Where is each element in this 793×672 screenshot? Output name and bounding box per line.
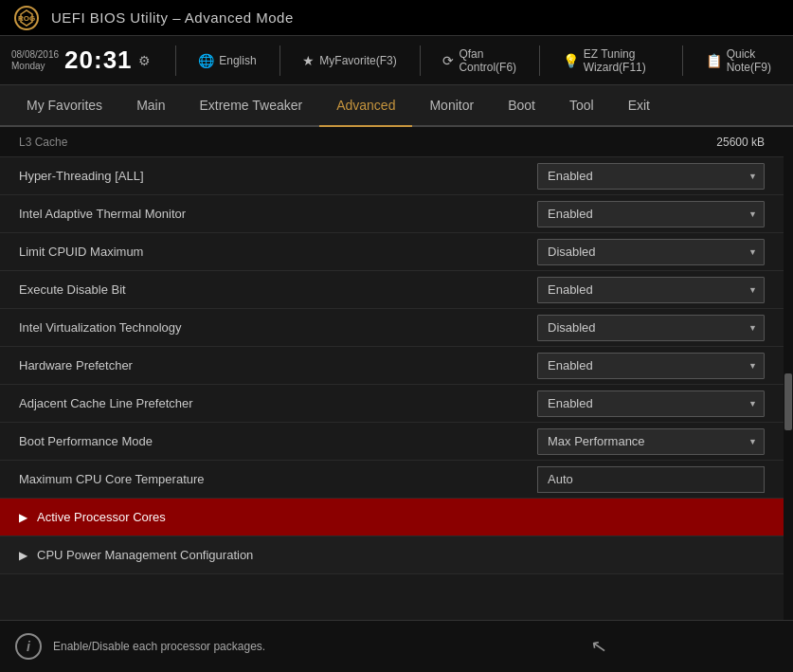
- info-bar: i Enable/Disable each processor packages…: [0, 620, 793, 672]
- top-bar: 08/08/2016Monday 20:31 ⚙ 🌐 English ★ MyF…: [0, 36, 793, 85]
- max-cpu-temp-row: Maximum CPU Core Temperature: [0, 461, 784, 499]
- hardware-prefetcher-label: Hardware Prefetcher: [19, 358, 133, 372]
- adjacent-cache-dropdown[interactable]: Enabled Disabled: [537, 390, 765, 417]
- hardware-prefetcher-dropdown-container: Enabled Disabled: [537, 353, 765, 379]
- limit-cpuid-row: Limit CPUID Maximum Disabled Enabled: [0, 233, 784, 271]
- language-button[interactable]: 🌐 English: [190, 49, 263, 72]
- scrollbar-track[interactable]: [784, 127, 793, 620]
- settings-list: L3 Cache 25600 kB Hyper-Threading [ALL] …: [0, 127, 784, 620]
- window-title: UEFI BIOS Utility – Advanced Mode: [51, 9, 294, 26]
- bulb-icon: 💡: [563, 53, 579, 68]
- nav-my-favorites[interactable]: My Favorites: [9, 85, 119, 127]
- boot-performance-dropdown-container: Max Performance Max Battery Turbo Perfor…: [537, 428, 765, 455]
- execute-disable-dropdown[interactable]: Enabled Disabled: [537, 277, 765, 303]
- eztuning-button[interactable]: 💡 EZ Tuning Wizard(F11): [555, 44, 667, 78]
- eztuning-label: EZ Tuning Wizard(F11): [584, 47, 659, 74]
- divider4: [539, 45, 540, 76]
- intel-virtualization-dropdown[interactable]: Disabled Enabled: [537, 315, 765, 341]
- time-text: 20:31: [64, 45, 133, 75]
- star-icon: ★: [302, 53, 315, 68]
- limit-cpuid-dropdown-container: Disabled Enabled: [537, 239, 765, 265]
- nav-tool[interactable]: Tool: [552, 85, 611, 127]
- svg-text:ROG: ROG: [18, 14, 35, 23]
- date-text: 08/08/2016Monday: [11, 49, 59, 72]
- divider2: [279, 45, 280, 76]
- panel-with-scroll: L3 Cache 25600 kB Hyper-Threading [ALL] …: [0, 127, 793, 620]
- globe-icon: 🌐: [198, 53, 214, 68]
- divider5: [682, 45, 683, 76]
- divider3: [420, 45, 421, 76]
- hyper-threading-dropdown[interactable]: Enabled Disabled: [537, 163, 765, 190]
- divider: [175, 45, 176, 76]
- l3-cache-value: 25600 kB: [716, 136, 765, 149]
- active-processor-cores-label: Active Processor Cores: [37, 510, 166, 524]
- submenu-arrow-icon: ▶: [19, 511, 27, 524]
- nav-main[interactable]: Main: [119, 85, 182, 127]
- info-text: Enable/Disable each processor packages.: [53, 640, 265, 653]
- cpu-power-management-row[interactable]: ▶ CPU Power Management Configuration: [0, 536, 784, 574]
- title-bar: ROG UEFI BIOS Utility – Advanced Mode: [0, 0, 793, 36]
- boot-performance-dropdown[interactable]: Max Performance Max Battery Turbo Perfor…: [537, 428, 765, 455]
- submenu-arrow2-icon: ▶: [19, 549, 27, 562]
- fan-icon: ⟳: [442, 53, 454, 68]
- max-cpu-temp-label: Maximum CPU Core Temperature: [19, 472, 205, 486]
- l3-cache-label: L3 Cache: [19, 136, 67, 149]
- hardware-prefetcher-dropdown[interactable]: Enabled Disabled: [537, 353, 765, 379]
- note-icon: 📋: [706, 53, 722, 68]
- quicknote-button[interactable]: 📋 Quick Note(F9): [698, 44, 782, 78]
- date-display: 08/08/2016Monday: [11, 49, 59, 72]
- cpu-power-management-label: CPU Power Management Configuration: [37, 548, 253, 562]
- rog-logo: ROG: [11, 5, 42, 31]
- adjacent-cache-label: Adjacent Cache Line Prefetcher: [19, 396, 193, 410]
- execute-disable-dropdown-container: Enabled Disabled: [537, 277, 765, 303]
- nav-exit-label: Exit: [628, 98, 650, 113]
- nav-my-favorites-label: My Favorites: [27, 98, 102, 113]
- nav-exit[interactable]: Exit: [611, 85, 667, 127]
- nav-advanced-label: Advanced: [336, 98, 395, 113]
- nav-monitor-label: Monitor: [429, 98, 474, 113]
- language-label: English: [219, 54, 256, 67]
- intel-virtualization-dropdown-container: Disabled Enabled: [537, 315, 765, 341]
- hyper-threading-row: Hyper-Threading [ALL] Enabled Disabled: [0, 157, 784, 195]
- boot-performance-label: Boot Performance Mode: [19, 434, 153, 448]
- active-processor-cores-row[interactable]: ▶ Active Processor Cores: [0, 499, 784, 536]
- hyper-threading-label: Hyper-Threading [ALL]: [19, 169, 144, 183]
- content-area: L3 Cache 25600 kB Hyper-Threading [ALL] …: [0, 127, 793, 672]
- limit-cpuid-label: Limit CPUID Maximum: [19, 245, 143, 259]
- hardware-prefetcher-row: Hardware Prefetcher Enabled Disabled: [0, 347, 784, 385]
- intel-adaptive-thermal-dropdown[interactable]: Enabled Disabled: [537, 201, 765, 227]
- nav-boot-label: Boot: [508, 98, 535, 113]
- intel-virtualization-row: Intel Virtualization Technology Disabled…: [0, 309, 784, 347]
- boot-performance-row: Boot Performance Mode Max Performance Ma…: [0, 423, 784, 461]
- myfavorite-button[interactable]: ★ MyFavorite(F3): [295, 49, 404, 72]
- info-icon-text: i: [27, 639, 30, 654]
- nav-boot[interactable]: Boot: [491, 85, 552, 127]
- scrollbar-thumb[interactable]: [784, 373, 792, 430]
- qfan-label: Qfan Control(F6): [459, 47, 516, 74]
- execute-disable-row: Execute Disable Bit Enabled Disabled: [0, 271, 784, 309]
- adjacent-cache-dropdown-container: Enabled Disabled: [537, 390, 765, 417]
- datetime-block: 08/08/2016Monday 20:31 ⚙: [11, 45, 151, 75]
- info-icon: i: [15, 633, 42, 660]
- execute-disable-label: Execute Disable Bit: [19, 282, 126, 297]
- nav-bar: My Favorites Main Extreme Tweaker Advanc…: [0, 85, 793, 127]
- nav-extreme-tweaker[interactable]: Extreme Tweaker: [182, 85, 319, 127]
- myfavorite-label: MyFavorite(F3): [319, 54, 396, 67]
- intel-adaptive-thermal-row: Intel Adaptive Thermal Monitor Enabled D…: [0, 195, 784, 233]
- nav-monitor[interactable]: Monitor: [412, 85, 491, 127]
- nav-main-label: Main: [136, 98, 165, 113]
- hyper-threading-dropdown-container: Enabled Disabled: [537, 163, 765, 190]
- nav-advanced[interactable]: Advanced: [319, 85, 412, 127]
- cursor-icon: ↖: [589, 634, 609, 660]
- settings-icon[interactable]: ⚙: [138, 53, 151, 68]
- intel-virtualization-label: Intel Virtualization Technology: [19, 320, 182, 335]
- max-cpu-temp-input[interactable]: [537, 466, 765, 493]
- quicknote-label: Quick Note(F9): [727, 47, 774, 74]
- nav-extreme-tweaker-label: Extreme Tweaker: [199, 98, 302, 113]
- l3-cache-row: L3 Cache 25600 kB: [0, 127, 784, 157]
- intel-adaptive-thermal-dropdown-container: Enabled Disabled: [537, 201, 765, 227]
- limit-cpuid-dropdown[interactable]: Disabled Enabled: [537, 239, 765, 265]
- qfan-button[interactable]: ⟳ Qfan Control(F6): [435, 44, 524, 78]
- adjacent-cache-row: Adjacent Cache Line Prefetcher Enabled D…: [0, 385, 784, 423]
- nav-tool-label: Tool: [569, 98, 594, 113]
